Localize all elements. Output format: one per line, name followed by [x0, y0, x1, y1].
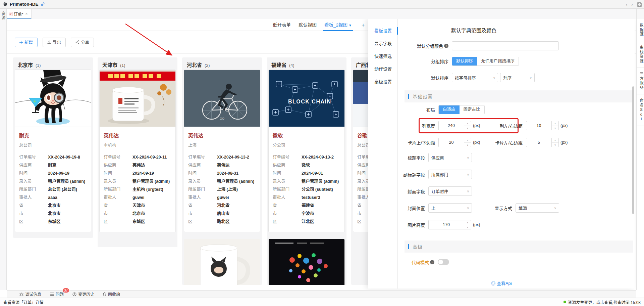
code-mode-toggle[interactable] [438, 259, 449, 265]
card-cover-mug-photo [184, 239, 260, 285]
debug-info-button[interactable]: 调试信息 [19, 291, 41, 297]
title-field-select[interactable]: 供应商∨ [428, 153, 472, 162]
card-field-row: 所属部门主机构 (orgtest) [104, 186, 171, 193]
settings-nav-actions[interactable]: 动作设置 [368, 64, 398, 74]
layout-adaptive-option[interactable]: 自适应 [439, 105, 460, 114]
stepper-controls[interactable]: ∧∨ [464, 121, 471, 130]
view-tab-kanban2-view[interactable]: 看板_2视图▼ [324, 19, 352, 31]
group-sort-default-option[interactable]: 默认排序 [452, 57, 477, 65]
view-tab-lowcode-form[interactable]: 低开表单 [273, 19, 291, 31]
kanban-card[interactable]: BLOCK CHAIN 微软 分公司 订单编号XX-2024-09-13-2 供… [268, 70, 345, 232]
add-button[interactable]: 新增 [15, 38, 38, 47]
add-view-button[interactable]: + [362, 19, 365, 31]
basic-settings-section-header: 基础设置 [405, 90, 633, 102]
settings-nav-kanban[interactable]: 看板设置 [368, 26, 398, 36]
sidebar-item-offline-resource[interactable]: 离线资源 [637, 41, 644, 68]
kanban-card[interactable]: GO 英伟达 上海 订单编号XX-2024-09-13-2 供应商英伟达 时间2… [184, 70, 260, 232]
chevron-down-icon: ∨ [467, 189, 469, 193]
view-tab-default-view[interactable]: 默认视图 [299, 19, 317, 31]
settings-nav-fields[interactable]: 显示字段 [368, 39, 398, 49]
trash-icon [103, 292, 106, 296]
column-header: 河北省 (2) [182, 57, 262, 69]
view-api-link[interactable]: ◎ 查看Api [368, 280, 635, 286]
kanban-card-partial[interactable] [184, 239, 260, 285]
primeton-logo-icon [3, 2, 8, 7]
kanban-card[interactable]: 英伟达 主机构 订单编号XX-2024-09-20-11 供应商英伟达 时间20… [99, 70, 176, 232]
kanban-card[interactable]: 耐克 总公司 订单编号XX-2024-09-19-8 供应商耐克 时间2024-… [15, 70, 91, 232]
cover-position-select[interactable]: 上∨ [428, 203, 472, 213]
chevron-down-icon: ∨ [467, 173, 469, 176]
issues-count-badge: 37 [63, 288, 69, 293]
sidebar-item-datasource[interactable]: 数据源 [637, 19, 644, 41]
export-button[interactable]: 导出 [43, 38, 66, 47]
card-field-row: 省天津市 [104, 202, 171, 209]
stepper-controls[interactable]: ∧∨ [551, 121, 559, 130]
panel-scrollbar-thumb[interactable] [632, 86, 634, 214]
share-button[interactable]: 分享 [71, 38, 94, 47]
card-field-row: 订单编号XX-2024-09-19-8 [19, 154, 87, 161]
card-field-row: 区江北区 [273, 218, 340, 225]
change-history-button[interactable]: 变更历史 [72, 291, 94, 297]
issues-button[interactable]: 问题 37 [50, 291, 64, 297]
status-right-text[interactable]: 资源发生变更，点击查看,检查时间:15:08 [568, 299, 641, 305]
subtitle-field-label: 副标题字段 [403, 171, 425, 178]
card-field-row: 区路北区 [188, 218, 256, 225]
stepper-controls[interactable]: ∧∨ [551, 138, 559, 147]
stepper-controls[interactable]: ∧∨ [464, 220, 471, 229]
image-height-stepper: 170 ∧∨ [428, 220, 471, 229]
app-title: Primeton-IDE [10, 2, 39, 7]
stepper-controls[interactable]: ∧∨ [464, 138, 471, 147]
resource-strip-label[interactable]: 资源 [0, 11, 6, 19]
card-field-row: 省北京市 [19, 202, 87, 209]
sort-mode-select[interactable]: 按字母排序∨ [452, 73, 498, 82]
card-field-row: 供应商英伟达 [188, 162, 256, 169]
layout-label: 布局 [426, 106, 435, 113]
recycle-bin-button[interactable]: 回收站 [103, 291, 120, 297]
chevron-down-icon: ∨ [554, 206, 556, 210]
tab-order[interactable]: 订单* × [7, 9, 32, 19]
kanban-card-partial[interactable] [268, 239, 345, 285]
card-field-row: 订单编号XX-2024-09-13-2 [188, 154, 256, 161]
code-mode-row: 代码模式i [438, 259, 449, 265]
sidebar-item-thirdparty-service[interactable]: 三方服务 [637, 68, 644, 94]
card-field-row: 省福建省 [273, 202, 340, 209]
sort-order-select[interactable]: 升序∨ [500, 73, 535, 82]
section-accent-bar [408, 244, 409, 249]
info-icon: i [444, 44, 448, 48]
left-resource-strip[interactable]: 资源 [0, 9, 7, 290]
link-icon[interactable] [41, 2, 45, 6]
cover-field-select[interactable]: 订单附件∨ [428, 186, 472, 196]
card-field-row: 市北京市 [104, 210, 171, 217]
card-title: 英伟达 [188, 132, 256, 139]
nav-back-icon[interactable]: ‹ [626, 2, 628, 7]
chevron-down-icon: ∨ [530, 76, 532, 80]
settings-nav: 看板设置 显示字段 快速筛选 动作设置 高级设置 [368, 19, 398, 289]
column-width-row: 列宽度 240 ∧∨ (px) [438, 121, 480, 130]
subtitle-field-select[interactable]: 所属部门∨ [428, 170, 472, 179]
card-cover-blockchain-graphic: BLOCK CHAIN [269, 70, 344, 127]
settings-nav-filters[interactable]: 快速筛选 [368, 51, 398, 61]
column-lr-margin-label: 列左/右边距 [499, 123, 523, 129]
card-field-row: 时间2024-09-19 [19, 170, 87, 177]
nav-forward-icon[interactable]: › [631, 2, 633, 7]
card-subtitle: 分公司 [273, 142, 340, 148]
card-field-row: 市唐山市 [188, 210, 256, 217]
tab-close-icon[interactable]: × [25, 12, 28, 16]
settings-nav-advanced[interactable]: 高级设置 [368, 77, 398, 87]
image-height-label: 图片高度 [408, 222, 425, 228]
column-width-stepper: 240 ∧∨ [438, 121, 471, 130]
layout-fixed-option[interactable]: 固定占比 [460, 105, 484, 114]
layout-segmented: 自适应 固定占比 [438, 105, 485, 114]
card-field-row: 供应商微软 [273, 162, 340, 169]
card-lr-margin-label: 卡片左/右边距 [495, 139, 523, 146]
group-color-input[interactable] [452, 41, 559, 50]
window-titlebar: Primeton-IDE ‹ › [0, 0, 644, 9]
card-field-row: 审批人aaaa [19, 194, 87, 201]
save-icon[interactable] [637, 2, 642, 7]
group-color-label: 默认分组颜色 [417, 43, 443, 49]
card-field-row: 所属部门上海 (上海) [188, 186, 256, 193]
kanban-column-hebei: 河北省 (2) [182, 57, 262, 285]
sidebar-item-named-sql[interactable]: 命名Sql [637, 94, 644, 126]
group-sort-drag-option[interactable]: 允许用户拖拽排序 [477, 57, 519, 65]
display-mode-select[interactable]: 填满∨ [516, 203, 559, 213]
